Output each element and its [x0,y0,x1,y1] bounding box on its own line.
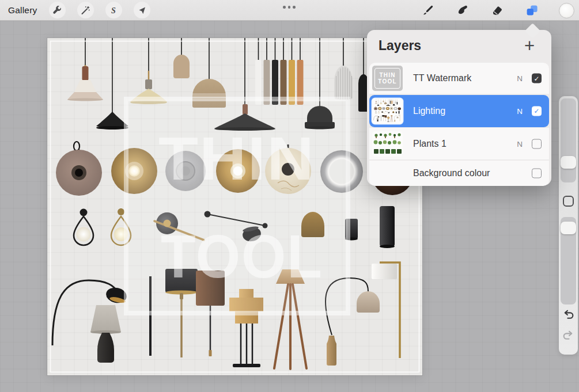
transform-arrow-icon [137,5,147,16]
smudge-button[interactable] [454,2,471,19]
brush-button[interactable] [419,2,437,19]
thumb-text: THIN [379,72,395,78]
watermark-text-line1: THIN [158,124,315,192]
layer-name: TT Watermark [413,73,471,83]
redo-icon [562,329,575,342]
layers-icon [525,3,539,17]
add-layer-button[interactable]: + [519,35,540,58]
canvas-menu-button[interactable] [281,3,298,11]
selection-button[interactable]: S [105,2,122,18]
active-color-swatch [559,3,574,18]
color-button[interactable] [558,2,575,19]
blend-mode-badge[interactable]: N [517,106,523,115]
paintbrush-icon [422,4,434,17]
undo-icon [562,308,575,321]
layer-row-lighting[interactable]: Lighting N [369,95,549,127]
gallery-button[interactable]: Gallery [8,5,37,16]
layer-name: Background colour [413,168,490,178]
canvas[interactable]: THIN TOOL [47,38,422,375]
layers-button[interactable] [523,2,540,19]
canvas-artwork: THIN TOOL [47,38,422,375]
layer-visibility-checkbox[interactable] [532,168,542,178]
layer-row-background-colour[interactable]: Background colour [369,161,549,186]
svg-text:S: S [111,6,116,14]
workspace-background: THIN TOOL Layers + THIN TOOL TT Watermar… [0,21,579,392]
blend-mode-badge[interactable]: N [517,74,523,83]
sidebar [559,96,578,355]
selection-s-icon: S [108,5,119,16]
thumb-text: TOOL [378,78,396,85]
layer-thumbnail-lighting [372,98,403,124]
layer-thumbnail-tt: THIN TOOL [372,66,403,91]
layer-visibility-checkbox[interactable] [532,74,542,83]
eraser-icon [491,4,504,17]
undo-button[interactable] [562,308,575,321]
layer-row-plants[interactable]: Plants 1 N [369,128,549,159]
brush-size-handle[interactable] [561,156,576,169]
layer-thumbnail-plants [372,131,403,157]
layer-name: Plants 1 [413,139,446,149]
layer-row-tt-watermark[interactable]: THIN TOOL TT Watermark N [369,63,549,94]
transform-button[interactable] [134,2,150,18]
layers-panel: Layers + THIN TOOL TT Watermark N [367,30,551,185]
blend-mode-badge[interactable]: N [517,139,523,148]
magic-wand-icon [80,5,90,16]
adjustments-button[interactable] [77,2,94,18]
modify-button[interactable] [563,196,574,207]
redo-button[interactable] [562,329,575,342]
actions-button[interactable] [49,2,66,18]
smudge-finger-icon [456,4,469,17]
watermark-text-line2: TOOL [161,222,323,290]
wrench-icon [52,5,62,16]
opacity-handle[interactable] [561,222,576,234]
layer-list: THIN TOOL TT Watermark N Lighting N [369,63,549,186]
brush-size-slider[interactable] [561,98,576,182]
layer-name: Lighting [413,106,445,116]
eraser-button[interactable] [489,2,506,19]
top-toolbar: Gallery S [0,0,579,21]
layers-panel-title: Layers [379,38,421,54]
layer-visibility-checkbox[interactable] [532,106,542,116]
layer-visibility-checkbox[interactable] [532,139,542,149]
